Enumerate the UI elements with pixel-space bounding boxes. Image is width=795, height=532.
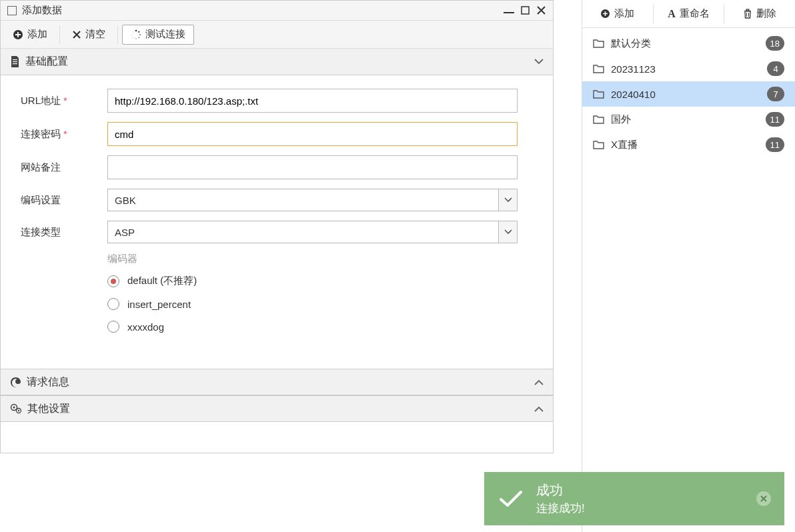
sidebar-toolbar: 添加 A 重命名 删除	[582, 0, 795, 28]
document-icon	[10, 56, 20, 67]
window-controls	[504, 5, 546, 16]
add-button[interactable]: 添加	[5, 25, 55, 45]
other-settings-label: 其他设置	[27, 402, 70, 416]
encoding-label: 编码设置	[21, 194, 107, 207]
request-info-header[interactable]: 请求信息	[1, 369, 553, 395]
toast-text: 成功 连接成功!	[536, 481, 756, 516]
conntype-row: 连接类型 ASP	[21, 221, 540, 243]
add-button-label: 添加	[27, 28, 47, 41]
url-label: URL地址*	[21, 95, 107, 107]
dialog-toolbar: 添加 清空 测试连接	[1, 21, 553, 49]
test-button-label: 测试连接	[145, 28, 185, 41]
note-label: 网站备注	[21, 161, 107, 174]
password-row: 连接密码*	[21, 122, 540, 146]
sidebar-delete-label: 删除	[756, 7, 776, 20]
success-toast: 成功 连接成功!	[484, 472, 784, 525]
folder-item-20231123[interactable]: 20231123 4	[582, 56, 795, 81]
chevron-up-icon	[534, 406, 544, 412]
folder-count-badge: 7	[767, 87, 784, 101]
password-label: 连接密码*	[21, 128, 107, 141]
folder-icon	[593, 64, 604, 73]
dialog-titlebar[interactable]: 添加数据	[1, 1, 553, 21]
toolbar-separator	[117, 25, 118, 44]
toast-title: 成功	[536, 481, 756, 499]
svg-point-9	[133, 31, 134, 33]
toolbar-separator	[59, 25, 60, 44]
encoding-dropdown-button[interactable]	[499, 189, 518, 211]
clear-button[interactable]: 清空	[64, 25, 113, 45]
folder-icon	[593, 140, 604, 149]
folder-count-badge: 4	[767, 61, 784, 76]
basic-config-label: 基础配置	[25, 55, 68, 69]
font-icon: A	[668, 8, 676, 20]
folder-item-default[interactable]: 默认分类 18	[582, 31, 795, 56]
encoder-option-label: insert_percent	[127, 299, 191, 310]
folder-name: 20240410	[611, 89, 767, 100]
maximize-button[interactable]	[520, 5, 530, 16]
radio-unselected-icon	[107, 298, 119, 310]
svg-point-3	[138, 31, 139, 32]
trash-icon	[743, 9, 752, 19]
close-button[interactable]	[536, 5, 546, 16]
check-icon	[498, 485, 524, 512]
gears-icon	[10, 403, 22, 414]
plus-circle-icon	[600, 9, 610, 19]
add-data-dialog: 添加数据 添加 清空 测试连接 基础配置	[0, 0, 554, 453]
encoder-option-insert-percent[interactable]: insert_percent	[107, 298, 540, 310]
x-icon	[72, 30, 81, 39]
sidebar-add-button[interactable]: 添加	[582, 0, 653, 27]
form-body: URL地址* 连接密码* 网站备注 编码设置 GBK 连接类型 ASP	[1, 75, 553, 369]
radio-unselected-icon	[107, 321, 119, 333]
url-input[interactable]	[107, 89, 518, 113]
encoder-option-xxxxdog[interactable]: xxxxdog	[107, 321, 540, 333]
encoder-option-label: default (不推荐)	[127, 275, 197, 287]
plus-circle-icon	[13, 29, 23, 40]
folder-item-foreign[interactable]: 国外 11	[582, 107, 795, 132]
other-settings-header[interactable]: 其他设置	[1, 395, 553, 422]
encoder-label: 编码器	[107, 253, 540, 265]
folder-icon	[593, 89, 604, 99]
sidebar-add-label: 添加	[614, 7, 634, 20]
chevron-up-icon	[534, 379, 544, 385]
folder-name: X直播	[611, 139, 766, 151]
minimize-button[interactable]	[504, 5, 514, 16]
folder-item-20240410[interactable]: 20240410 7	[582, 81, 795, 107]
sidebar-rename-label: 重命名	[680, 7, 710, 20]
category-sidebar: 添加 A 重命名 删除 默认分类 18 20231123 4 20240410 …	[582, 0, 795, 532]
conntype-dropdown-button[interactable]	[499, 221, 518, 243]
conntype-select[interactable]: ASP	[107, 221, 499, 243]
folder-count-badge: 18	[766, 36, 784, 51]
folder-icon	[593, 115, 604, 124]
folder-list: 默认分类 18 20231123 4 20240410 7 国外 11 X直播 …	[582, 28, 795, 160]
folder-name: 20231123	[611, 63, 767, 75]
clear-button-label: 清空	[85, 28, 105, 41]
svg-point-5	[138, 37, 139, 38]
svg-rect-19	[746, 9, 749, 11]
dialog-title: 添加数据	[22, 4, 504, 17]
window-icon	[7, 6, 17, 15]
toast-message: 连接成功!	[536, 501, 756, 516]
url-row: URL地址*	[21, 89, 540, 113]
basic-config-header[interactable]: 基础配置	[1, 49, 553, 75]
chevron-down-icon	[534, 59, 544, 65]
note-input[interactable]	[107, 155, 518, 179]
sidebar-rename-button[interactable]: A 重命名	[654, 0, 724, 27]
mid-gap	[554, 0, 574, 532]
svg-rect-12	[13, 63, 17, 64]
folder-count-badge: 11	[766, 112, 784, 127]
test-connection-button[interactable]: 测试连接	[122, 25, 194, 45]
svg-rect-10	[13, 59, 17, 60]
edge-icon	[10, 377, 21, 388]
note-row: 网站备注	[21, 155, 540, 179]
sidebar-delete-button[interactable]: 删除	[724, 0, 795, 27]
folder-name: 默认分类	[611, 37, 766, 50]
svg-point-14	[13, 407, 15, 409]
encoder-option-default[interactable]: default (不推荐)	[107, 275, 540, 287]
password-input[interactable]	[107, 122, 518, 146]
svg-rect-11	[13, 61, 17, 62]
request-info-label: 请求信息	[27, 375, 69, 389]
folder-icon	[593, 39, 604, 48]
encoding-select[interactable]: GBK	[107, 189, 499, 211]
toast-close-button[interactable]	[756, 491, 771, 506]
folder-item-xlive[interactable]: X直播 11	[582, 132, 795, 157]
